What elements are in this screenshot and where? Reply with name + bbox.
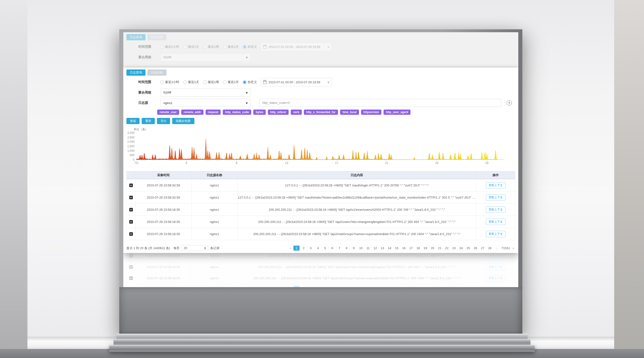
page-number[interactable]: 24 — [458, 246, 464, 251]
page-number[interactable]: 4 — [315, 246, 321, 251]
view-context-button[interactable]: 查看上下文 — [486, 231, 506, 237]
page-number[interactable]: 10 — [358, 246, 364, 251]
time-option-radio[interactable]: 最近1周 — [203, 80, 219, 84]
page-number[interactable]: 26 — [472, 246, 478, 251]
expand-row-icon[interactable]: + — [129, 208, 133, 211]
time-option-radio[interactable]: 自定义 — [243, 80, 257, 84]
area-chart: 3,0002,5002,0001,5001,00050007月591317212… — [126, 132, 514, 168]
filter-expression-input[interactable]: http_status_code>0; — [259, 99, 501, 107]
cell-source: nginx1 — [192, 216, 238, 228]
cell-source: nginx1 — [192, 228, 238, 240]
cell-log-content: 127.0.0.1 - - [29/Jul/2023:23:58:28 +080… — [238, 179, 476, 191]
page-number[interactable]: 7 — [336, 246, 342, 251]
field-tag[interactable]: http_referer — [268, 110, 288, 115]
page-number: 71531 — [501, 286, 510, 287]
field-tag[interactable]: http_status_code — [223, 110, 251, 115]
ghost-aggregation-label: 聚合周期 — [138, 55, 160, 60]
view-context-button[interactable]: 查看上下文 — [486, 206, 506, 213]
page-number[interactable]: 5 — [322, 246, 328, 251]
date-range-input[interactable]: 2023-07-01 00:00 - 2023-07-29 23:59 ∨ — [260, 78, 332, 86]
reset-button[interactable]: 重置 — [142, 118, 155, 124]
page-number: 24 — [458, 286, 464, 287]
page-number[interactable]: 14 — [386, 246, 392, 251]
field-tag[interactable]: remote_addr — [181, 110, 204, 115]
scene: 日志查询日志分析 时间范围 最近1小时最近1天最近1周最近1月自定义 2023-… — [0, 0, 644, 358]
tab[interactable]: 日志查询 — [126, 70, 146, 76]
ghost-radio-option: 自定义 — [243, 45, 257, 49]
page-number[interactable]: 18 — [415, 246, 421, 251]
field-tag[interactable]: time_local — [340, 110, 359, 115]
page-number[interactable]: 71531 — [501, 246, 510, 251]
page-number[interactable]: 2 — [300, 246, 307, 251]
page-number[interactable]: 20 — [429, 246, 436, 251]
time-option-radio[interactable]: 最近1天 — [183, 80, 199, 84]
tabbar: 日志查询日志分析 — [126, 70, 515, 76]
field-tag[interactable]: bytes — [253, 110, 266, 115]
page-number: 5 — [322, 286, 328, 287]
page-number[interactable]: 22 — [444, 246, 450, 251]
field-tag[interactable]: httpversion — [361, 110, 382, 115]
expand-row-icon[interactable]: + — [129, 184, 133, 187]
chevron-down-icon: ∨ — [245, 101, 248, 105]
search-button[interactable]: 搜索 — [126, 118, 140, 124]
page-number[interactable]: 17 — [408, 246, 414, 251]
page-number: 21 — [436, 286, 443, 287]
ghost-pagination-bar: 显示 1 到 20 条 (共 1430611 条) 每页 20 条记录 ‹ 12… — [126, 284, 515, 287]
field-tag[interactable]: remote_user — [157, 110, 179, 115]
time-option-radio[interactable]: 最近1小时 — [160, 80, 179, 84]
aggregation-select[interactable]: 5分钟 ∨ — [160, 89, 251, 97]
prev-page-icon[interactable]: ‹ — [289, 246, 293, 251]
view-context-button[interactable]: 查看上下文 — [486, 194, 506, 201]
stepper-icon[interactable] — [204, 247, 206, 249]
page-number[interactable]: ... — [494, 246, 500, 251]
radio-icon — [223, 45, 226, 49]
expand-row-icon[interactable]: + — [129, 196, 133, 199]
page-number[interactable]: 8 — [344, 246, 350, 251]
svg-text:1,000: 1,000 — [127, 149, 134, 153]
page-number[interactable]: 23 — [451, 246, 457, 251]
page-number[interactable]: 21 — [436, 246, 443, 251]
expand-row-icon: + — [129, 276, 133, 280]
page-number[interactable]: 27 — [480, 246, 486, 251]
page-number: 28 — [486, 286, 493, 287]
view-context-button[interactable]: 查看上下文 — [486, 182, 506, 189]
field-tag[interactable]: http_user_agent — [384, 110, 410, 115]
help-icon[interactable]: ? — [506, 100, 512, 106]
page-number[interactable]: 15 — [394, 246, 400, 251]
page-number[interactable]: 28 — [486, 246, 493, 251]
field-tags: remote_userremote_addrrequesthttp_status… — [157, 110, 515, 115]
monitor-stand-base — [109, 345, 535, 352]
toggle-chart-button[interactable]: 隐藏折线图 — [172, 118, 194, 124]
field-tag[interactable]: request — [206, 110, 221, 115]
next-page-icon[interactable]: › — [512, 246, 515, 251]
expand-row-icon[interactable]: + — [129, 220, 133, 224]
log-query-panel: 日志查询日志分析 时间范围 最近1小时最近1天最近1周最近1月自定义 2023-… — [123, 68, 518, 253]
page-number: 3 — [308, 286, 314, 287]
page-number[interactable]: 6 — [329, 246, 335, 251]
page-number[interactable]: 13 — [379, 246, 386, 251]
tab[interactable]: 日志分析 — [148, 70, 166, 76]
pagination-bar: 显示 1 到 20 条 (共 1430611 条) 每页 20 条记录 ‹ 12… — [126, 244, 515, 253]
page-number[interactable]: 19 — [422, 246, 428, 251]
page-number[interactable]: 3 — [308, 246, 314, 251]
page-number[interactable]: 25 — [465, 246, 471, 251]
expand-row-icon[interactable]: + — [129, 232, 133, 236]
svg-text:9: 9 — [236, 161, 237, 165]
field-tag[interactable]: http_x_forwarded_for — [304, 110, 338, 115]
svg-text:1,500: 1,500 — [127, 145, 134, 148]
export-button[interactable]: 导出 — [157, 118, 170, 124]
page-number[interactable]: 16 — [401, 246, 407, 251]
radio-icon — [160, 45, 164, 49]
field-tag[interactable]: verb — [291, 110, 302, 115]
per-page-suffix: 条记录 — [210, 246, 220, 250]
log-source-select[interactable]: nginx1 ∨ — [160, 99, 251, 107]
page-number[interactable]: 11 — [365, 246, 371, 251]
per-page-input[interactable]: 20 — [182, 245, 208, 251]
time-option-radio[interactable]: 最近1月 — [223, 80, 239, 84]
page-number[interactable]: 1 — [294, 246, 300, 251]
cell-time: 2023-07-29 23:58:18.55 — [136, 216, 192, 228]
pagination-summary: 显示 1 到 20 条 (共 1430611 条) — [126, 246, 170, 250]
view-context-button[interactable]: 查看上下文 — [486, 219, 506, 225]
page-number[interactable]: 9 — [350, 246, 357, 251]
page-number[interactable]: 12 — [372, 246, 378, 251]
